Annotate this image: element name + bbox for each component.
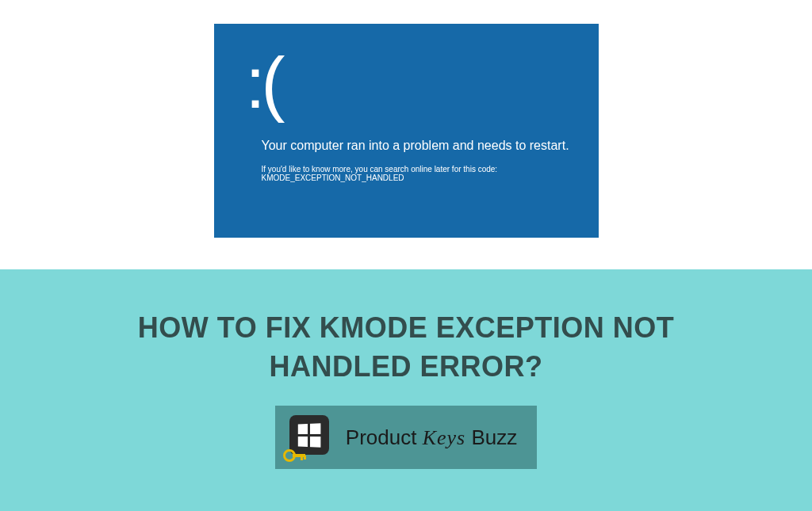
sad-face-emoticon: :( bbox=[246, 48, 575, 119]
top-white-section: :( Your computer ran into a problem and … bbox=[0, 0, 812, 269]
bsod-main-message: Your computer ran into a problem and nee… bbox=[246, 139, 575, 153]
bsod-screenshot: :( Your computer ran into a problem and … bbox=[214, 24, 599, 238]
logo-icon-wrapper bbox=[289, 415, 334, 460]
logo-banner: Product Keys Buzz bbox=[275, 406, 537, 469]
logo-text-keys: Keys bbox=[423, 426, 466, 449]
logo-text: Product Keys Buzz bbox=[346, 425, 517, 450]
bottom-teal-section: HOW TO FIX KMODE EXCEPTION NOT HANDLED E… bbox=[0, 269, 812, 511]
article-headline: HOW TO FIX KMODE EXCEPTION NOT HANDLED E… bbox=[121, 309, 691, 386]
logo-text-product: Product bbox=[346, 425, 423, 449]
key-icon bbox=[283, 448, 308, 463]
logo-text-buzz: Buzz bbox=[465, 425, 517, 449]
bsod-error-code: If you'd like to know more, you can sear… bbox=[246, 165, 575, 182]
